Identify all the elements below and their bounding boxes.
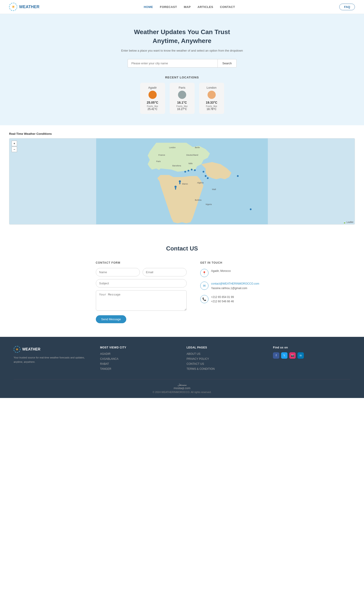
navbar: ☀ WEATHER HOME FORECAST MAP ARTICLES CON… [0,0,364,14]
location-card-london[interactable]: London 19.33°C Feels_like 18.78°C [199,83,224,114]
footer-logo-text: WEATHER [22,347,40,351]
feels-label: Feels_like [204,105,219,108]
recent-cards: Agadir 25.05°C Feels_like 25.41°C Paris … [9,83,355,114]
temperature: 19.33°C [204,101,219,104]
footer-legal-terms[interactable]: TERMS & CONDITION [187,367,264,371]
location-info: 📍 Agadir, Morocco [200,269,268,277]
subject-input[interactable] [96,279,187,288]
faq-button[interactable]: FAQ [339,4,355,10]
feels-label: Feels_like [174,105,190,108]
nav-articles[interactable]: ARTICLES [198,5,213,9]
contact-title: Contact US [18,245,346,252]
footer-city-rabat[interactable]: RABAT [100,362,178,365]
map-title: Real-Time Weather Conditions [9,132,355,135]
footer-grid: ☀ WEATHER Your trusted source for real-t… [14,346,350,372]
logo-text: WEATHER [19,5,40,9]
contact-section: Contact US CONTACT FORM Send Message GET… [0,231,364,337]
city-name: Paris [174,86,190,89]
svg-text:London: London [169,146,176,149]
search-button[interactable]: Search [218,59,236,67]
phone-2: +212 60 546 66 46 [211,300,234,303]
svg-point-11 [250,208,251,210]
mostaql-text: مستقلmostaql.com [14,383,350,390]
svg-point-10 [237,175,239,177]
footer-col-social: Find us on f 𝕏 📷 in [273,346,350,372]
location-card-agadir[interactable]: Agadir 25.05°C Feels_like 25.41°C [140,83,165,114]
svg-text:Maroc: Maroc [182,183,188,185]
footer-legal-about[interactable]: ABOUT US [187,352,264,356]
nav-links: HOME FORECAST MAP ARTICLES CONTACT [144,5,235,9]
footer: ☀ WEATHER Your trusted source for real-t… [0,337,364,398]
search-bar: Search [128,59,237,67]
footer-city-tanger[interactable]: TANGER [100,367,178,371]
email-input[interactable] [143,268,187,276]
svg-text:Nigeria: Nigeria [205,203,212,206]
send-button[interactable]: Send Message [96,315,127,323]
hero-title: Weather Updates You Can Trust Anytime, A… [9,27,355,45]
contact-form-column: CONTACT FORM Send Message [96,261,187,323]
instagram-icon[interactable]: 📷 [289,352,296,359]
linkedin-icon[interactable]: in [298,352,304,359]
location-card-paris[interactable]: Paris 16.1°C Feels_like 16.27°C [170,83,194,114]
facebook-icon[interactable]: f [273,352,279,359]
subject-row [96,279,187,288]
svg-point-8 [205,175,207,177]
footer-legal-privacy[interactable]: PRIVACY POLICY [187,357,264,360]
nav-forecast[interactable]: FORECAST [160,5,177,9]
location-text: Agadir, Morocco [211,269,231,273]
footer-logo: ☀ WEATHER [14,346,91,353]
zoom-out-button[interactable]: − [12,147,17,152]
feels-value: 18.78°C [204,108,219,111]
contact-form-title: CONTACT FORM [96,261,187,264]
twitter-icon[interactable]: 𝕏 [281,352,287,359]
map-section: Real-Time Weather Conditions [0,125,364,231]
footer-col-brand: ☀ WEATHER Your trusted source for real-t… [14,346,91,372]
footer-city-agadir[interactable]: AGADIR [100,352,178,356]
phone-text: +212 65 654 01 99 +212 60 546 66 46 [211,295,234,304]
email-info: ✉ contact@WEATHERINMOROCCO.com Yassine.r… [200,282,268,290]
city-name: Agadir [145,86,161,89]
svg-point-9 [207,177,209,179]
phone-1: +212 65 654 01 99 [211,295,234,299]
svg-text:Burkina: Burkina [195,199,202,201]
weather-icon [148,91,157,99]
email-link-1[interactable]: contact@WEATHERINMOROCCO.com [211,282,259,285]
footer-logo-icon: ☀ [14,346,20,353]
map-svg: France Deutschland Berlin London Paris B… [9,138,355,224]
svg-text:Mali: Mali [212,188,216,191]
weather-icon [178,91,186,99]
svg-text:Italia: Italia [188,163,193,165]
search-input[interactable] [128,59,218,67]
logo[interactable]: ☀ WEATHER [9,3,40,11]
city-name: London [204,86,219,89]
phone-icon: 📞 [200,295,209,303]
phone-info: 📞 +212 65 654 01 99 +212 60 546 66 46 [200,295,268,304]
name-input[interactable] [96,268,140,276]
temperature: 16.1°C [174,101,190,104]
svg-point-5 [191,169,193,171]
recent-title: RECENT LOCATIONS [9,76,355,79]
nav-home[interactable]: HOME [144,5,153,9]
social-icons: f 𝕏 📷 in [273,352,350,359]
zoom-in-button[interactable]: + [12,141,17,146]
feels-value: 16.27°C [174,108,190,111]
map-container[interactable]: France Deutschland Berlin London Paris B… [9,138,355,224]
nav-map[interactable]: MAP [184,5,191,9]
footer-cities-list: AGADIR CASABLANCA RABAT TANGER [100,352,178,371]
nav-contact[interactable]: CONTACT [220,5,235,9]
footer-city-casablanca[interactable]: CASABLANCA [100,357,178,360]
footer-legal-list: ABOUT US PRIVACY POLICY CONTACT US TERMS… [187,352,264,371]
footer-description: Your trusted source for real-time weathe… [14,356,91,364]
svg-text:Algérie: Algérie [197,182,204,184]
footer-cities-title: MOST VIEWD CITY [100,346,178,349]
email-icon: ✉ [200,282,209,290]
get-in-touch-column: GET IN TOUCH 📍 Agadir, Morocco ✉ contact… [200,261,268,323]
map-attribution: 🍃 Leaflet [343,221,353,224]
footer-legal-contact[interactable]: CONTACT US [187,362,264,365]
weather-icon [208,91,216,99]
hero-section: Weather Updates You Can Trust Anytime, A… [0,14,364,125]
footer-col-cities: MOST VIEWD CITY AGADIR CASABLANCA RABAT … [100,346,178,372]
message-textarea[interactable] [96,290,187,311]
name-email-row [96,268,187,276]
hero-description: Enter below a place you want to know the… [9,49,355,52]
